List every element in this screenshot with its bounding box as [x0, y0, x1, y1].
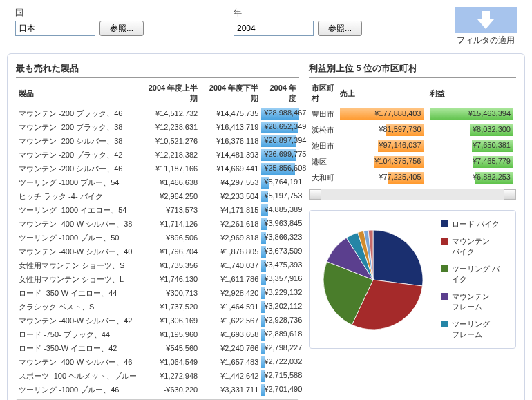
h2-value: ¥2,240,766	[200, 341, 261, 355]
city-name: 港区	[309, 154, 337, 170]
h2-value: ¥14,669,441	[200, 162, 261, 175]
column-header: 2004 年度下半期	[200, 81, 261, 106]
legend-swatch	[441, 293, 448, 300]
table-row: マウンテン -200 シルバー、46¥11,187,166¥14,669,441…	[16, 162, 299, 175]
country-label: 国	[15, 7, 144, 19]
table-row: マウンテン -400-W シルバー、42¥1,306,169¥1,622,567…	[16, 314, 299, 327]
profit-bar: ¥6,882,253	[427, 170, 517, 186]
total-bar: ¥25,856,608	[261, 162, 299, 175]
h2-value: ¥2,928,420	[200, 286, 261, 300]
legend-label: マウンテンバイク	[452, 236, 490, 257]
h1-value: ¥1,195,960	[140, 327, 200, 341]
product-name: 女性用マウンテン ショーツ、S	[16, 258, 140, 272]
h2-value: ¥2,261,618	[200, 217, 261, 231]
product-name: クラシック ベスト、S	[16, 300, 140, 314]
h1-value: ¥1,737,520	[140, 300, 200, 314]
profit-bar: ¥7,465,779	[427, 154, 517, 170]
table-row: 大和町¥77,225,405¥6,882,253	[309, 170, 516, 186]
h1-value: ¥545,560	[140, 341, 200, 355]
product-name: ロード -350-W イエロー、42	[16, 341, 140, 355]
column-header: 2004 年度	[261, 81, 299, 106]
year-browse-button[interactable]: 参照...	[318, 21, 362, 36]
table-row: マウンテン -200 ブラック、38¥12,238,631¥16,413,719…	[16, 120, 299, 134]
product-name: スポーツ -100 ヘルメット、ブルー	[16, 369, 140, 383]
h2-value: ¥16,376,118	[200, 134, 261, 148]
h2-value: ¥14,475,735	[200, 106, 261, 121]
bestselling-table: 製品2004 年度上半期2004 年度下半期2004 年度 マウンテン -200…	[16, 81, 299, 397]
table-row: ツーリング -1000 ブルー、50¥896,506¥2,969,818¥3,8…	[16, 231, 299, 245]
h1-value: -¥630,220	[140, 383, 200, 397]
total-bar: ¥3,963,845	[261, 217, 299, 231]
table-row: 女性用マウンテン ショーツ、L¥1,746,130¥1,611,786¥3,35…	[16, 272, 299, 286]
table-row: ロード -350-W イエロー、44¥300,713¥2,928,420¥3,2…	[16, 286, 299, 300]
total-bar: ¥26,897,394	[261, 134, 299, 148]
apply-filter-button[interactable]	[455, 7, 517, 33]
legend-swatch	[441, 220, 448, 227]
h1-value: ¥1,306,169	[140, 314, 200, 327]
column-header: 市区町村	[309, 81, 337, 106]
legend-swatch	[441, 238, 448, 245]
product-name: ツーリング -1000 ブルー、50	[16, 231, 140, 245]
product-name: ロード -350-W イエロー、44	[16, 286, 140, 300]
apply-filter-label: フィルタの適用	[457, 35, 515, 46]
pie-chart	[318, 225, 428, 335]
h2-value: ¥1,464,591	[200, 300, 261, 314]
h2-value: ¥3,331,711	[200, 383, 261, 397]
total-bar: ¥2,798,227	[261, 341, 299, 355]
h1-value: ¥300,713	[140, 286, 200, 300]
legend-item: マウンテンバイク	[441, 236, 507, 257]
legend-item: ツーリング バイク	[441, 264, 507, 285]
total-bar: ¥2,701,490	[261, 383, 299, 397]
h1-value: ¥713,573	[140, 203, 200, 217]
country-browse-button[interactable]: 参照...	[99, 21, 144, 36]
h1-value: ¥1,466,638	[140, 175, 200, 189]
year-input[interactable]	[234, 21, 314, 36]
city-name: 池田市	[309, 138, 337, 154]
table-row: クラシック ベスト、S¥1,737,520¥1,464,591¥3,202,11…	[16, 300, 299, 314]
h2-value: ¥1,611,786	[200, 272, 261, 286]
table-row: ロード -350-W イエロー、42¥545,560¥2,240,766¥2,7…	[16, 341, 299, 355]
total-bar: ¥5,197,753	[261, 189, 299, 203]
top5-table: 市区町村売上利益 豊田市¥177,888,403¥15,463,394浜松市¥8…	[309, 81, 516, 186]
table-row: マウンテン -200 ブラック、46¥14,512,732¥14,475,735…	[16, 106, 299, 121]
h2-value: ¥14,481,393	[200, 148, 261, 162]
total-bar: ¥3,357,916	[261, 272, 299, 286]
horizontal-scrollbar-top5[interactable]	[309, 189, 516, 200]
table-row: マウンテン -400-W シルバー、46¥1,064,549¥1,657,483…	[16, 355, 299, 369]
legend-swatch	[441, 321, 448, 327]
sales-bar: ¥97,146,037	[337, 138, 427, 154]
legend-label: ロード バイク	[452, 219, 500, 229]
total-bar: ¥3,475,393	[261, 258, 299, 272]
table-row: 浜松市¥81,597,730¥8,032,300	[309, 122, 516, 138]
legend-item: ロード バイク	[441, 219, 507, 229]
profit-bar: ¥15,463,394	[427, 106, 517, 123]
product-name: マウンテン -400-W シルバー、38	[16, 217, 140, 231]
h1-value: ¥12,238,631	[140, 120, 200, 134]
table-row: ヒッチ ラック -4- バイク¥2,964,250¥2,233,504¥5,19…	[16, 189, 299, 203]
h1-value: ¥1,064,549	[140, 355, 200, 369]
country-input[interactable]	[15, 21, 95, 36]
h2-value: ¥2,969,818	[200, 231, 261, 245]
product-name: マウンテン -200 ブラック、46	[16, 106, 140, 121]
legend-item: ツーリングフレーム	[441, 319, 507, 340]
h1-value: ¥14,512,732	[140, 106, 200, 121]
pie-chart-panel: ロード バイクマウンテンバイクツーリング バイクマウンテンフレームツーリングフレ…	[309, 210, 516, 349]
sales-bar: ¥81,597,730	[337, 122, 427, 138]
table-row: ツーリング -1000 ブルー、46-¥630,220¥3,331,711¥2,…	[16, 383, 299, 397]
table-row: 港区¥104,375,756¥7,465,779	[309, 154, 516, 170]
year-label: 年	[234, 7, 362, 19]
column-header: 2004 年度上半期	[140, 81, 200, 106]
total-bar: ¥3,673,509	[261, 245, 299, 258]
total-bar: ¥28,652,349	[261, 120, 299, 134]
pie-legend: ロード バイクマウンテンバイクツーリング バイクマウンテンフレームツーリングフレ…	[441, 219, 507, 340]
total-bar: ¥3,866,323	[261, 231, 299, 245]
total-bar: ¥4,885,389	[261, 203, 299, 217]
product-name: マウンテン -200 ブラック、42	[16, 148, 140, 162]
legend-label: マウンテンフレーム	[452, 292, 490, 312]
total-bar: ¥2,928,736	[261, 314, 299, 327]
h2-value: ¥1,657,483	[200, 355, 261, 369]
product-name: マウンテン -400-W シルバー、42	[16, 314, 140, 327]
column-header: 利益	[427, 81, 517, 106]
h2-value: ¥1,693,658	[200, 327, 261, 341]
h1-value: ¥1,735,356	[140, 258, 200, 272]
